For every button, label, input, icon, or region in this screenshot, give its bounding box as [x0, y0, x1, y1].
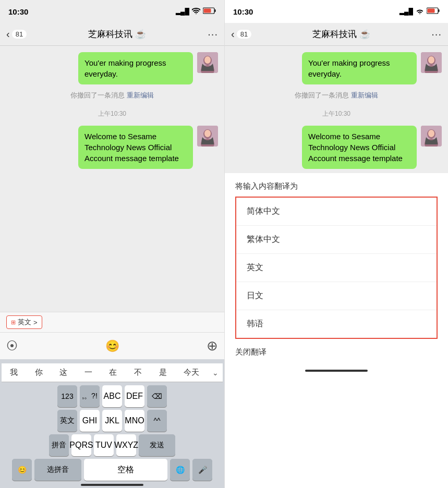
- svg-point-6: [204, 56, 211, 64]
- more-button-left[interactable]: ···: [208, 28, 218, 40]
- svg-rect-12: [439, 9, 440, 12]
- right-panel: 10:30 ▂▄█ ‹ 81 芝麻科技讯 ☕ ··· You'er making…: [224, 0, 448, 488]
- suggestion-3[interactable]: 一: [80, 367, 96, 379]
- input-area-left: ⦿ 😊 ⊕: [0, 332, 224, 359]
- status-bar-left: 10:30 ▂▄█: [0, 0, 224, 23]
- suggestion-0[interactable]: 我: [6, 367, 22, 379]
- signal-icon-left: ▂▄█: [176, 8, 189, 15]
- chat-header-left-area: ‹ 81: [6, 28, 27, 40]
- time-right: 10:30: [233, 7, 253, 16]
- key-mno[interactable]: MNO: [125, 410, 144, 432]
- message-row-right-2: Welcome to Sesame Technology News Offici…: [231, 126, 442, 169]
- key-caps[interactable]: ^^: [147, 410, 167, 432]
- key-pinyin[interactable]: 拼音: [49, 434, 69, 456]
- keyboard: 我 你 这 一 在 不 是 今天 ⌄ 123 ,。?! ABC DEF ⌫ 英文…: [0, 359, 224, 488]
- welcome-bubble-right: Welcome to Sesame Technology News Offici…: [302, 126, 417, 169]
- battery-icon-left: [203, 7, 216, 16]
- svg-rect-2: [204, 9, 211, 13]
- badge-right: 81: [237, 30, 251, 39]
- welcome-bubble-left: Welcome to Sesame Technology News Offici…: [78, 126, 193, 169]
- svg-point-10: [204, 130, 211, 137]
- key-globe[interactable]: 🌐: [170, 459, 190, 481]
- key-ghi[interactable]: GHI: [80, 410, 100, 432]
- suggestion-6[interactable]: 是: [155, 367, 171, 379]
- home-indicator-left: [81, 484, 143, 486]
- translation-menu: 将输入内容翻译为 简体中文 繁体中文 英文 日文 韩语 关闭翻译: [225, 173, 448, 488]
- suggestion-2[interactable]: 这: [55, 367, 71, 379]
- wifi-icon-left: [192, 8, 200, 16]
- badge-left: 81: [12, 30, 27, 39]
- key-tuv[interactable]: TUV: [94, 434, 114, 456]
- key-wxyz[interactable]: WXYZ: [116, 434, 136, 456]
- translate-button[interactable]: ⊞ 英文 >: [6, 315, 42, 329]
- more-button-right[interactable]: ···: [431, 28, 442, 40]
- message-bubble-right-1: You'er making progress everyday.: [302, 52, 417, 84]
- avatar-right-1: [421, 52, 442, 73]
- option-korean[interactable]: 韩语: [236, 310, 437, 338]
- reedit-link-right[interactable]: 重新编辑: [351, 91, 378, 100]
- key-mic[interactable]: 🎤: [192, 459, 212, 481]
- translate-bar: ⊞ 英文 >: [0, 312, 224, 332]
- option-simplified[interactable]: 简体中文: [236, 198, 437, 226]
- translation-options-list: 简体中文 繁体中文 英文 日文 韩语: [235, 197, 438, 339]
- svg-point-17: [428, 56, 434, 64]
- key-abc[interactable]: ABC: [102, 385, 122, 407]
- message-row-right-1: You'er making progress everyday.: [231, 52, 442, 84]
- back-button-left[interactable]: ‹: [6, 28, 10, 40]
- status-icons-right: ▂▄█: [399, 7, 440, 16]
- chat-title-right: 芝麻科技讯 ☕: [312, 28, 370, 40]
- key-123[interactable]: 123: [57, 385, 77, 407]
- status-bar-right: 10:30 ▂▄█: [225, 0, 448, 23]
- avatar-2: [197, 126, 218, 147]
- message-row-2: Welcome to Sesame Technology News Offici…: [6, 126, 218, 169]
- suggestions-row: 我 你 这 一 在 不 是 今天 ⌄: [2, 363, 223, 382]
- home-indicator-right: [305, 370, 368, 372]
- key-punct[interactable]: ,。?!: [80, 385, 100, 407]
- key-row-4: 😊 选拼音 空格 🌐 🎤: [2, 459, 223, 481]
- translation-menu-header: 将输入内容翻译为: [225, 173, 448, 197]
- message-row-1: You'er making progress everyday.: [6, 52, 218, 84]
- key-delete[interactable]: ⌫: [147, 385, 167, 407]
- chat-header-left: ‹ 81 芝麻科技讯 ☕ ···: [0, 23, 224, 46]
- wifi-icon-right: [416, 8, 424, 16]
- add-button[interactable]: ⊕: [207, 338, 218, 354]
- suggestion-1[interactable]: 你: [31, 367, 47, 379]
- key-emoji[interactable]: 😊: [12, 459, 32, 481]
- suggestion-5[interactable]: 不: [130, 367, 146, 379]
- suggestion-4[interactable]: 在: [105, 367, 121, 379]
- suggestions-expand[interactable]: ⌄: [212, 369, 219, 377]
- chat-area-left: You'er making progress everyday. 你撤回了一条消…: [0, 46, 224, 312]
- chat-title-left: 芝麻科技讯 ☕: [88, 28, 146, 40]
- key-row-2: 英文 GHI JKL MNO ^^: [2, 410, 223, 432]
- chat-header-right-area: ‹ 81: [231, 28, 251, 40]
- suggestion-7[interactable]: 今天: [179, 367, 203, 379]
- avatar-1: [197, 52, 218, 73]
- key-row-1: 123 ,。?! ABC DEF ⌫: [2, 385, 223, 407]
- status-icons-left: ▂▄█: [176, 7, 216, 16]
- audio-button[interactable]: ⦿: [6, 339, 18, 353]
- recall-notice-left: 你撤回了一条消息 重新编辑: [6, 89, 218, 102]
- message-bubble-1: You'er making progress everyday.: [78, 52, 193, 84]
- timestamp-right: 上午10:30: [231, 106, 442, 121]
- key-row-3: 拼音 PQRS TUV WXYZ 发送: [2, 434, 223, 456]
- key-def[interactable]: DEF: [125, 385, 144, 407]
- battery-icon-right: [427, 7, 440, 16]
- key-jkl[interactable]: JKL: [102, 410, 122, 432]
- reedit-link-left[interactable]: 重新编辑: [127, 91, 154, 100]
- option-traditional[interactable]: 繁体中文: [236, 226, 437, 254]
- avatar-right-2: [421, 126, 442, 147]
- translate-lang: 英文: [18, 318, 31, 327]
- recall-notice-right: 你撤回了一条消息 重新编辑: [231, 89, 442, 102]
- key-send[interactable]: 发送: [139, 434, 175, 456]
- key-en[interactable]: 英文: [57, 410, 77, 432]
- emoji-button[interactable]: 😊: [105, 339, 119, 353]
- close-translation[interactable]: 关闭翻译: [225, 339, 448, 365]
- key-space[interactable]: 空格: [84, 459, 167, 481]
- key-pqrs[interactable]: PQRS: [71, 434, 91, 456]
- timestamp-left: 上午10:30: [6, 106, 218, 121]
- option-english[interactable]: 英文: [236, 254, 437, 282]
- option-japanese[interactable]: 日文: [236, 282, 437, 310]
- back-button-right[interactable]: ‹: [231, 28, 235, 40]
- key-select-pinyin[interactable]: 选拼音: [34, 459, 81, 481]
- chat-area-right: You'er making progress everyday. 你撤回了一条消…: [225, 46, 448, 173]
